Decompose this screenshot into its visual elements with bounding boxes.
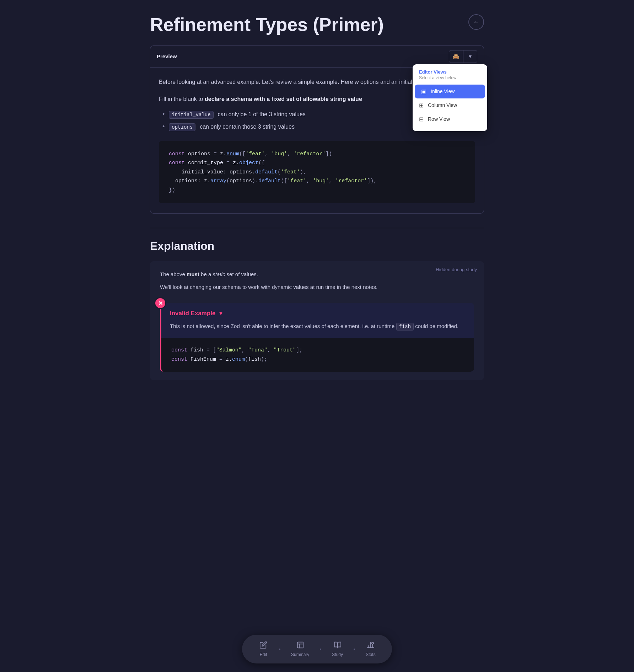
row-view-icon: ⊟ bbox=[419, 116, 424, 123]
code-initial-value: initial_value bbox=[169, 111, 213, 119]
row-view-label: Row View bbox=[428, 116, 450, 122]
invalid-close-button[interactable]: ✕ bbox=[154, 297, 166, 309]
summary-icon bbox=[296, 641, 304, 651]
dropdown-item-row[interactable]: ⊟ Row View bbox=[413, 112, 487, 126]
preview-header: Preview 🙈 ▾ Editor Views Select a view b… bbox=[150, 46, 484, 68]
invalid-code-block: const fish = ["Salmon", "Tuna", "Trout"]… bbox=[161, 338, 474, 372]
page-container: Refinement Types (Primer) ← Preview 🙈 ▾ … bbox=[129, 0, 505, 423]
study-label: Study bbox=[332, 652, 343, 657]
nav-item-stats[interactable]: Stats bbox=[358, 638, 383, 660]
invalid-example-card: Invalid Example ▼ This is not allowed, s… bbox=[160, 303, 474, 372]
invalid-example-title: Invalid Example ▼ bbox=[170, 310, 466, 317]
eye-off-icon: 🙈 bbox=[452, 53, 460, 60]
stats-label: Stats bbox=[366, 652, 375, 657]
dropdown-toggle-button[interactable]: ▾ bbox=[463, 50, 477, 63]
preview-section: Preview 🙈 ▾ Editor Views Select a view b… bbox=[150, 45, 484, 214]
static-text: static bbox=[213, 271, 225, 277]
hidden-during-study-label: Hidden during study bbox=[436, 267, 477, 272]
dropdown-title: Editor Views bbox=[413, 69, 487, 75]
code-line-1: const options = z.enum(['feat', 'bug', '… bbox=[169, 150, 465, 159]
preview-label: Preview bbox=[157, 53, 177, 59]
nav-item-summary[interactable]: Summary bbox=[283, 638, 317, 660]
explanation-text-1: The above must be a static set of values… bbox=[160, 270, 474, 279]
bottom-nav: Edit Summary Study bbox=[242, 635, 392, 663]
nav-dot-1 bbox=[279, 649, 280, 650]
fill-blank-bold: declare a schema with a fixed set of all… bbox=[205, 96, 362, 102]
dropdown-item-column[interactable]: ⊞ Column View bbox=[413, 98, 487, 112]
separator bbox=[150, 228, 484, 228]
code-line-3: initial_value: options.default('feat'), bbox=[169, 168, 465, 177]
svg-rect-0 bbox=[297, 642, 303, 648]
code-const-2: const bbox=[169, 160, 188, 166]
edit-icon bbox=[259, 641, 267, 651]
nav-item-study[interactable]: Study bbox=[324, 638, 351, 660]
code-block-main: const options = z.enum(['feat', 'bug', '… bbox=[159, 141, 475, 204]
code-fish-inline: fish bbox=[396, 323, 414, 330]
dropdown-item-inline[interactable]: ▣ Inline View bbox=[415, 85, 485, 98]
invalid-example-desc: This is not allowed, since Zod isn't abl… bbox=[161, 322, 474, 338]
invalid-example-wrapper: ✕ Invalid Example ▼ This is not allowed,… bbox=[160, 303, 474, 372]
invalid-code-line-1: const fish = ["Salmon", "Tuna", "Trout"]… bbox=[171, 346, 464, 355]
code-line-5: }) bbox=[169, 186, 465, 195]
down-arrow-icon: ▼ bbox=[219, 311, 224, 316]
code-line-2: const commit_type = z.object({ bbox=[169, 158, 465, 168]
study-icon bbox=[334, 641, 342, 651]
nav-dot-3 bbox=[354, 649, 355, 650]
explanation-text-2: We'll look at changing our schema to wor… bbox=[160, 283, 474, 292]
nav-dot-2 bbox=[320, 649, 321, 650]
column-view-label: Column View bbox=[428, 102, 457, 108]
code-line-4: options: z.array(options).default(['feat… bbox=[169, 177, 465, 186]
column-view-icon: ⊞ bbox=[419, 102, 424, 109]
edit-label: Edit bbox=[260, 652, 267, 657]
explanation-title: Explanation bbox=[150, 240, 484, 253]
code-options: options bbox=[169, 123, 195, 131]
page-title: Refinement Types (Primer) bbox=[150, 14, 484, 36]
bullet-text-2: can only contain those 3 string values bbox=[200, 124, 295, 130]
bullet-text-1: can only be 1 of the 3 string values bbox=[218, 111, 306, 118]
invalid-example-label: Invalid Example bbox=[170, 310, 216, 317]
explanation-section: Explanation Hidden during study The abov… bbox=[150, 240, 484, 380]
hide-preview-button[interactable]: 🙈 bbox=[449, 50, 463, 63]
preview-controls: 🙈 ▾ bbox=[449, 50, 477, 63]
invalid-example-header: Invalid Example ▼ bbox=[161, 303, 474, 322]
stats-icon bbox=[367, 641, 375, 651]
code-const-1: const bbox=[169, 151, 188, 157]
back-button[interactable]: ← bbox=[468, 14, 484, 30]
explanation-card: Hidden during study The above must be a … bbox=[150, 261, 484, 380]
nav-item-edit[interactable]: Edit bbox=[251, 638, 276, 660]
summary-label: Summary bbox=[291, 652, 309, 657]
back-icon: ← bbox=[473, 18, 479, 26]
must-text: must bbox=[187, 271, 199, 277]
inline-view-label: Inline View bbox=[431, 88, 455, 94]
editor-views-dropdown: Editor Views Select a view below ▣ Inlin… bbox=[413, 64, 487, 131]
chevron-down-icon: ▾ bbox=[469, 53, 472, 60]
invalid-code-line-2: const FishEnum = z.enum(fish); bbox=[171, 355, 464, 364]
inline-view-icon: ▣ bbox=[421, 88, 426, 95]
dropdown-subtitle: Select a view below bbox=[413, 75, 487, 85]
